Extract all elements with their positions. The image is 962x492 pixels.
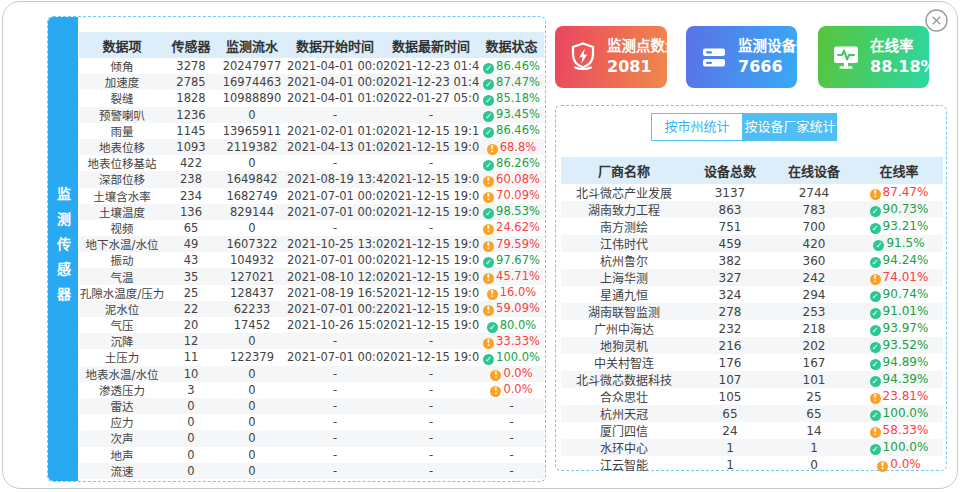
sensor-count: 3 [165, 382, 217, 398]
status-percent: 90.74% [883, 287, 929, 301]
sensor-table-row: 土壤温度1368291442021-07-01 00:002021-12-15 … [79, 204, 544, 220]
latest-time: 2021-12-15 19:07 [383, 349, 479, 365]
check-circle-icon: ✓ [870, 257, 881, 268]
status-cell: ✓91.5% [855, 235, 943, 252]
start-time: 2021-07-01 00:05 [287, 349, 383, 365]
sensor-count: 1093 [165, 139, 217, 155]
sensor-table-row: 沉降120--!33.33% [79, 333, 544, 349]
status-cell: - [479, 447, 544, 463]
monitor-pulse-icon [830, 41, 862, 73]
device-total: 382 [687, 252, 773, 269]
flow-count: 0 [217, 414, 287, 430]
data-item: 气压 [79, 317, 165, 333]
vendor-name: 星通九恒 [561, 286, 687, 303]
column-header: 设备总数 [687, 157, 773, 184]
status-cell: ✓100.0% [479, 349, 544, 365]
column-header: 厂商名称 [561, 157, 687, 184]
flow-count: 104932 [217, 252, 287, 268]
check-circle-icon: ✓ [483, 79, 494, 90]
status-percent: 100.0% [496, 350, 540, 364]
sensor-count: 20 [165, 317, 217, 333]
flow-count: 0 [217, 398, 287, 414]
check-circle-icon: ✓ [870, 444, 881, 455]
sensor-count: 3278 [165, 58, 217, 74]
device-online: 167 [773, 354, 855, 371]
status-cell: !16.0% [479, 285, 544, 301]
data-item: 预警喇叭 [79, 107, 165, 123]
start-time: 2021-07-01 00:00 [287, 204, 383, 220]
sensor-count: 0 [165, 463, 217, 479]
status-cell: ✓100.0% [855, 405, 943, 422]
flow-count: 128437 [217, 285, 287, 301]
sensor-count: 35 [165, 268, 217, 284]
sensor-table-row: 雷达00--- [79, 398, 544, 414]
sensor-table-row: 裂缝1828109888902021-04-01 01:002022-01-27… [79, 90, 544, 106]
status-percent: 33.33% [496, 334, 540, 348]
latest-time: 2021-12-15 19:00 [383, 268, 479, 284]
status-percent: 86.46% [496, 123, 540, 137]
column-header: 数据状态 [479, 32, 544, 58]
start-time: 2021-10-25 13:00 [287, 236, 383, 252]
sensor-count: 43 [165, 252, 217, 268]
flow-count: 16974463 [217, 74, 287, 90]
sensor-table-row: 气温351270212021-08-10 12:002021-12-15 19:… [79, 268, 544, 284]
data-item: 地声 [79, 447, 165, 463]
data-item: 流速 [79, 463, 165, 479]
tab-by-vendor[interactable]: 按设备厂家统计 [743, 113, 837, 141]
flow-count: 0 [217, 366, 287, 382]
warning-circle-icon: ! [490, 386, 501, 397]
status-percent: 90.73% [883, 202, 929, 216]
data-item: 土壤温度 [79, 204, 165, 220]
latest-time: - [383, 447, 479, 463]
vendor-panel: 按市州统计 按设备厂家统计 厂商名称设备总数在线设备在线率 北斗微芯产业发展31… [555, 105, 947, 471]
device-online: 360 [773, 252, 855, 269]
start-time: 2021-04-01 00:01 [287, 58, 383, 74]
flow-count: 0 [217, 463, 287, 479]
status-percent: 0.0% [503, 366, 532, 380]
sensor-count: 1828 [165, 90, 217, 106]
column-header: 监测流水 [217, 32, 287, 58]
status-cell: ✓87.47% [479, 74, 544, 90]
sensor-count: 1145 [165, 123, 217, 139]
card-value: 7666 [738, 56, 811, 77]
warning-circle-icon: ! [483, 192, 494, 203]
latest-time: - [383, 333, 479, 349]
status-cell: - [479, 463, 544, 479]
check-circle-icon: ✓ [487, 322, 498, 333]
latest-time: 2021-12-15 19:07 [383, 139, 479, 155]
data-item: 土压力 [79, 349, 165, 365]
vendor-table-row: 合众思壮10525!23.81% [561, 388, 943, 405]
device-online: 14 [773, 422, 855, 439]
start-time: 2021-08-19 16:50 [287, 285, 383, 301]
flow-count: 17452 [217, 317, 287, 333]
start-time: - [287, 398, 383, 414]
warning-circle-icon: ! [487, 144, 498, 155]
vendor-name: 江云智能 [561, 456, 687, 473]
status-cell: ✓98.53% [479, 204, 544, 220]
tab-by-city[interactable]: 按市州统计 [651, 113, 743, 141]
data-item: 雨量 [79, 123, 165, 139]
vendor-name: 广州中海达 [561, 320, 687, 337]
data-item: 气温 [79, 268, 165, 284]
data-item: 沉降 [79, 333, 165, 349]
device-total: 216 [687, 337, 773, 354]
check-circle-icon: ✓ [870, 308, 881, 319]
status-percent: 94.39% [883, 372, 929, 386]
warning-circle-icon: ! [483, 273, 494, 284]
status-percent: 68.8% [500, 140, 537, 154]
vendor-name: 北斗微芯数据科技 [561, 371, 687, 388]
status-percent: 23.81% [883, 389, 929, 403]
data-item: 渗透压力 [79, 382, 165, 398]
card-value: 2081 [607, 56, 680, 77]
status-cell: !23.81% [855, 388, 943, 405]
flow-count: 0 [217, 220, 287, 236]
device-total: 24 [687, 422, 773, 439]
device-online: 242 [773, 269, 855, 286]
flow-count: 829144 [217, 204, 287, 220]
status-percent: 0.0% [503, 382, 532, 396]
latest-time: - [383, 107, 479, 123]
data-item: 雷达 [79, 398, 165, 414]
device-online: 420 [773, 235, 855, 252]
flow-count: 0 [217, 333, 287, 349]
vendor-name: 水环中心 [561, 439, 687, 456]
